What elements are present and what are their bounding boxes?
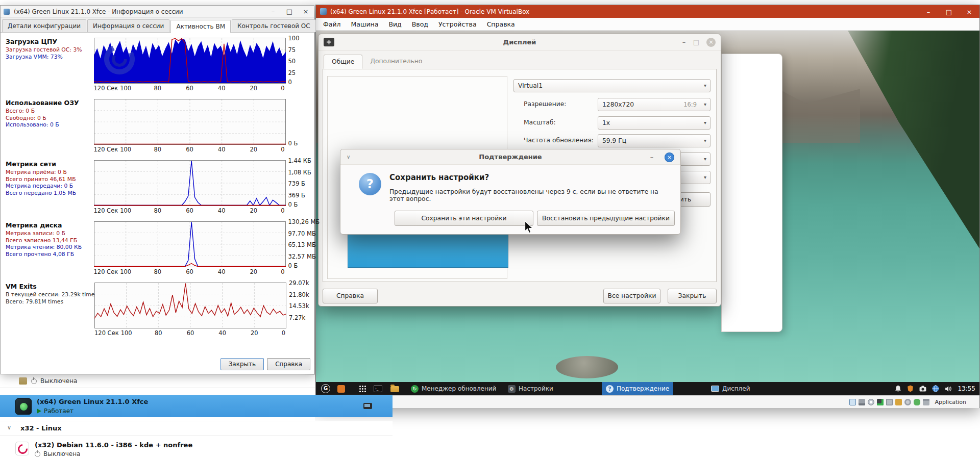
close-icon[interactable] [706,38,716,47]
y-axis-label: 14.53k [289,302,309,310]
maximize-icon[interactable] [939,6,959,18]
close-icon[interactable] [665,152,674,162]
close-button[interactable]: Закрыть [220,358,264,370]
tab-advanced[interactable]: Дополнительно [362,55,430,69]
menu-help[interactable]: Справка [482,20,520,28]
recording-status-icon[interactable] [904,399,911,405]
vm-status: Выключена [40,377,77,385]
app-menu-icon[interactable] [321,384,330,393]
virtualbox-vm-window: (x64) Green Linux 21.1.0 Xfce [Работает]… [315,5,980,408]
vm-icon [15,398,32,415]
vm-row-debian[interactable]: (x32) Debian 11.6.0 - i386 - kde + nonfr… [0,440,393,459]
vm-menubar: Файл Машина Вид Ввод Устройства Справка [316,18,979,31]
taskbar-item-update-manager[interactable]: Менеджер обновлений [407,382,500,395]
vm-group-row[interactable]: x32 - Linux [0,421,393,436]
app-grid-icon[interactable] [359,385,366,393]
help-button[interactable]: Справка [267,358,310,370]
y-axis-label: 0 Б [288,262,298,269]
chevron-down-icon [704,98,706,111]
chart-legend-line: Всего принято 46,61 МБ [6,176,92,183]
keyboard-status-icon[interactable] [923,399,929,405]
restore-settings-button[interactable]: Восстановить предыдущие настройки [537,211,675,226]
y-axis-label: 75 [288,46,296,54]
tab-guest-control[interactable]: Контроль гостевой ОС [232,19,316,32]
network-status-icon[interactable] [877,399,884,405]
camera-icon[interactable] [919,386,926,392]
refresh-rate-select[interactable]: 59.9 Гц [598,134,710,147]
x-axis-label: 100 [120,85,131,92]
vm-row-partial[interactable]: Выключена [0,375,315,388]
maximize-icon[interactable] [281,6,298,18]
cd-status-icon[interactable] [868,399,874,405]
volume-icon[interactable] [945,386,952,392]
vm-status: Выключена [43,450,80,457]
chart-plot [94,99,286,145]
settings-window-behind[interactable] [721,54,782,332]
taskbar-item-settings[interactable]: Настройки [504,382,557,395]
help-button[interactable]: Справка [323,289,378,303]
chevron-down-icon[interactable] [7,424,11,431]
clock[interactable]: 13:55 [958,385,975,392]
scale-select[interactable]: 1x [598,116,710,130]
close-icon[interactable] [959,6,979,18]
minimize-icon[interactable] [647,149,657,165]
menu-file[interactable]: Файл [318,20,346,28]
vm-row-selected[interactable]: (x64) Green Linux 21.1.0 Xfce Работает [0,395,393,417]
usb-status-icon[interactable] [886,399,893,405]
chevron-down-icon[interactable] [347,149,350,165]
vm-preview-icon[interactable] [363,403,372,409]
monitor-select[interactable]: Virtual1 [513,79,710,92]
tab-general[interactable]: Общие [324,55,362,69]
confirmation-titlebar[interactable]: Подтверждение [340,149,680,165]
chart-legend-line: Всего: 79.81M times [6,298,92,305]
file-manager-icon[interactable] [390,386,399,392]
bell-icon[interactable] [895,385,901,392]
monitor-select-value: Virtual1 [518,82,543,89]
menu-devices[interactable]: Устройства [433,20,482,28]
taskbar-item-confirmation[interactable]: Подтверждение [602,382,673,395]
save-settings-button[interactable]: Сохранить эти настройки [395,211,533,226]
y-axis-label: 739 Б [288,180,306,187]
x-axis-label: 120 Сек [94,207,118,214]
display-status-icon[interactable] [849,399,856,405]
close-icon[interactable] [298,6,314,18]
display-window-titlebar[interactable]: Дисплей [318,34,721,50]
taskbar-item-label: Менеджер обновлений [422,385,496,392]
refresh-rate-label: Частота обновления: [524,137,594,144]
minimize-icon[interactable] [265,6,281,18]
menu-view[interactable]: Вид [383,20,406,28]
minimize-icon[interactable] [918,6,939,18]
vm-window-titlebar[interactable]: (x64) Green Linux 21.1.0 Xfce [Работает]… [316,5,979,18]
launcher-icon[interactable] [337,385,345,393]
tab-runtime-information[interactable]: Информация о сессии [87,19,169,32]
tab-configuration-details[interactable]: Детали конфигурации [2,19,86,32]
shield-icon[interactable] [907,385,914,392]
resolution-select[interactable]: 1280x720 16:9 [598,98,710,111]
x-axis-label: 20 [251,329,258,337]
all-settings-button[interactable]: Все настройки [603,289,660,303]
menu-input[interactable]: Ввод [407,20,433,28]
y-axis-label: 25 [288,69,296,76]
tab-vm-activity[interactable]: Активность ВМ [170,20,231,33]
menu-machine[interactable]: Машина [346,20,384,28]
chart-legend: Загрузка гостевой ОС: 3%Загрузка VMM: 73… [6,46,92,60]
mouse-integration-status-icon[interactable] [914,399,920,405]
virtualbox-logo-icon [4,9,10,15]
minimize-icon[interactable] [679,34,689,50]
vm-name: (x32) Debian 11.6.0 - i386 - kde + nonfr… [35,441,192,449]
vm-status: Работает [44,407,74,415]
confirmation-dialog: Подтверждение Сохранить настройки? Преды… [340,149,681,235]
debian-icon [15,442,29,455]
hdd-status-icon[interactable] [859,399,865,405]
globe-icon[interactable] [932,385,939,392]
chart-plot [94,283,286,328]
update-manager-icon [411,385,419,393]
chart-plot [94,160,286,206]
shared-folders-status-icon[interactable] [895,399,902,405]
close-button[interactable]: Закрыть [668,289,717,303]
x-axis-label: 60 [186,207,193,214]
session-window-titlebar[interactable]: (x64) Green Linux 21.1.0 Xfce - Информац… [1,6,314,18]
taskbar-item-display[interactable]: Дисплей [707,382,754,395]
terminal-icon[interactable] [374,385,382,392]
chart-title: Использование ОЗУ [6,99,92,107]
